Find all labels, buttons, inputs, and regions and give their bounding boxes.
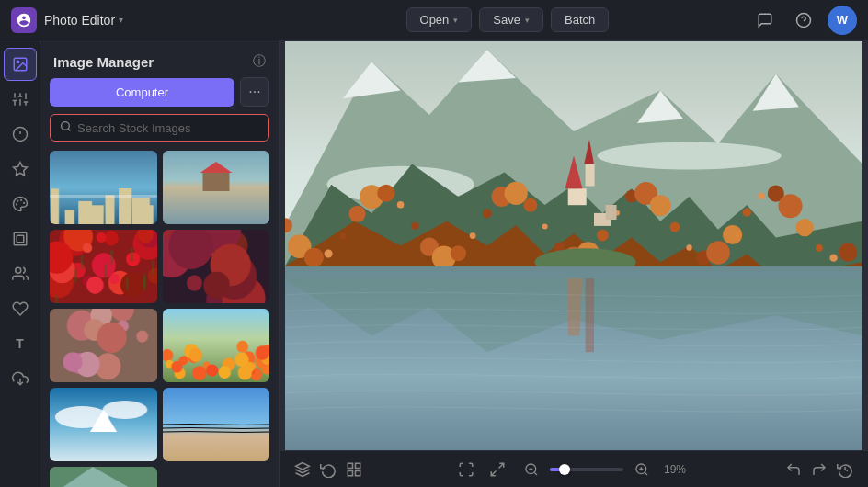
layers-icon[interactable]: [294, 461, 311, 478]
expand-icon[interactable]: [489, 461, 506, 478]
redo-icon[interactable]: [811, 461, 828, 478]
grid-item[interactable]: [163, 388, 270, 461]
search-input[interactable]: [77, 121, 259, 135]
sidebar-item-frames[interactable]: [4, 222, 37, 255]
svg-marker-16: [13, 163, 27, 176]
sidebar-item-effects[interactable]: [4, 187, 37, 221]
zoom-controls: 19%: [520, 459, 690, 481]
panel-info-icon[interactable]: ⓘ: [253, 53, 266, 70]
rotate-icon[interactable]: [320, 461, 337, 478]
app-title: Photo Editor: [44, 13, 115, 28]
grid-item[interactable]: [163, 309, 270, 382]
grid-item[interactable]: [50, 151, 157, 224]
grid-item[interactable]: [163, 151, 270, 224]
bottom-left: [294, 461, 362, 478]
zoom-slider[interactable]: [550, 468, 623, 471]
topbar-actions: Open ▾ Save ▾ Batch: [406, 7, 610, 32]
bottom-center: 19%: [458, 459, 690, 481]
svg-line-35: [534, 472, 537, 475]
open-button[interactable]: Open ▾: [406, 7, 473, 32]
app-chevron[interactable]: ▾: [119, 15, 123, 25]
grid-item[interactable]: [50, 309, 157, 382]
svg-rect-30: [356, 470, 360, 475]
svg-rect-21: [14, 232, 27, 245]
svg-rect-29: [356, 463, 360, 468]
sidebar-item-adjustments[interactable]: [4, 83, 37, 116]
sidebar-item-export[interactable]: [4, 362, 37, 395]
grid-icon[interactable]: [346, 461, 362, 478]
bottom-bar: 19%: [280, 450, 868, 487]
zoom-in-button[interactable]: [631, 459, 653, 481]
svg-line-32: [499, 463, 504, 468]
search-container: [50, 114, 269, 142]
fit-screen-icon[interactable]: [458, 461, 474, 478]
svg-point-3: [17, 61, 18, 62]
bottom-right: [785, 461, 853, 478]
search-icon: [60, 120, 72, 135]
svg-marker-27: [296, 462, 310, 470]
sidebar-item-image-manager[interactable]: [4, 48, 37, 81]
save-button[interactable]: Save ▾: [479, 7, 543, 32]
sidebar-item-ai-tools[interactable]: [4, 153, 37, 186]
grid-item[interactable]: [50, 467, 157, 487]
topbar-right: W: [750, 6, 857, 35]
topbar: Photo Editor ▾ Open ▾ Save ▾ Batch W: [0, 0, 868, 40]
svg-line-42: [845, 470, 848, 471]
sidebar-item-stickers[interactable]: [4, 292, 37, 325]
grid-item[interactable]: [163, 230, 270, 303]
svg-point-25: [62, 122, 70, 130]
svg-point-17: [20, 200, 21, 201]
more-options-button[interactable]: ···: [240, 77, 269, 107]
canvas-viewport: [280, 40, 868, 450]
svg-point-18: [23, 203, 24, 204]
undo-icon[interactable]: [785, 461, 802, 478]
user-avatar[interactable]: W: [828, 6, 857, 35]
canvas-area: 19%: [280, 40, 868, 487]
svg-line-33: [491, 470, 496, 475]
grid-item[interactable]: [50, 230, 157, 303]
search-wrapper: [40, 114, 279, 151]
history-icon[interactable]: [837, 461, 853, 478]
image-grid: [40, 151, 279, 487]
sidebar-item-text[interactable]: T: [4, 327, 37, 360]
app-logo: [11, 7, 37, 33]
svg-point-20: [16, 204, 17, 205]
batch-button[interactable]: Batch: [551, 7, 609, 32]
sidebar-item-overlays[interactable]: [4, 257, 37, 290]
chat-icon-btn[interactable]: [750, 6, 780, 35]
svg-rect-28: [348, 463, 352, 468]
panel-header: Image Manager ⓘ: [40, 40, 279, 77]
svg-line-26: [68, 129, 70, 130]
zoom-out-button[interactable]: [520, 459, 542, 481]
svg-rect-22: [17, 235, 24, 243]
computer-button[interactable]: Computer: [50, 78, 234, 107]
zoom-value: 19%: [660, 463, 690, 476]
help-icon-btn[interactable]: [789, 6, 818, 35]
sidebar: T: [0, 40, 40, 487]
panel-title: Image Manager: [53, 54, 154, 70]
image-manager-panel: Image Manager ⓘ Computer ···: [40, 40, 280, 487]
svg-point-23: [15, 267, 20, 273]
grid-item[interactable]: [50, 388, 157, 461]
svg-rect-31: [348, 470, 352, 475]
svg-point-19: [17, 200, 18, 201]
sidebar-item-filters[interactable]: [4, 118, 37, 151]
svg-line-38: [645, 472, 647, 475]
main-content: T Image Manager ⓘ Computer ···: [0, 40, 868, 487]
panel-actions: Computer ···: [40, 77, 279, 114]
